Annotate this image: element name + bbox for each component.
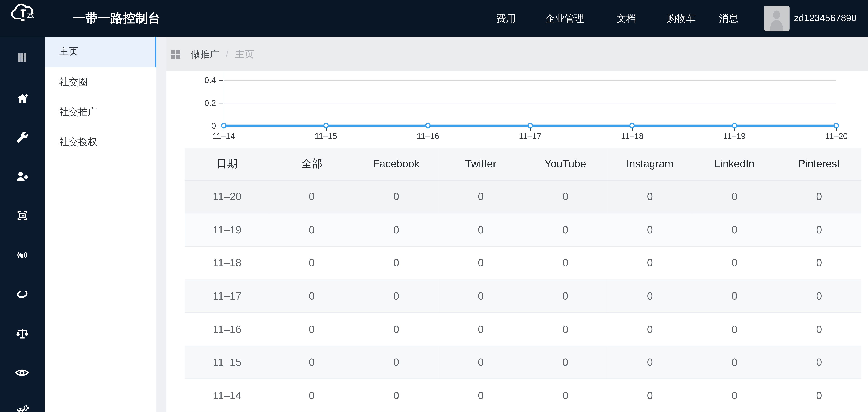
table-cell: 0 [777, 213, 861, 247]
chart-y-label: 0 [166, 121, 216, 130]
table-cell: 0 [777, 180, 861, 213]
chart-x-label: 11–18 [613, 131, 652, 141]
table-header-cell: Facebook [354, 148, 438, 180]
table-cell: 0 [523, 213, 608, 247]
settings-icon[interactable] [15, 405, 29, 412]
table-header-cell: Pinterest [777, 148, 861, 180]
table-cell: 0 [608, 246, 692, 280]
app-title: 一带一路控制台 [73, 0, 160, 37]
sidebar-content-gap [156, 37, 166, 412]
chart-gridline [224, 103, 837, 103]
sidebar-item-1[interactable]: 主页 [44, 37, 156, 67]
table-cell: 0 [269, 379, 354, 412]
table-cell: 0 [354, 313, 438, 346]
wrench-icon[interactable] [15, 130, 29, 145]
table-cell: 0 [438, 246, 523, 280]
table-row[interactable]: 11–190000000 [185, 213, 861, 247]
apps-grid-icon[interactable] [170, 48, 181, 60]
chart-x-label: 11–17 [511, 131, 550, 141]
icon-rail [0, 37, 44, 412]
table-cell: 0 [438, 180, 523, 213]
table-cell: 11–15 [185, 346, 269, 379]
beacon-icon[interactable] [15, 248, 29, 262]
table-row[interactable]: 11–140000000 [185, 379, 861, 412]
add-user-icon[interactable] [15, 169, 29, 184]
table-row[interactable]: 11–170000000 [185, 280, 861, 313]
breadcrumb: 做推广 / 主页 [166, 37, 868, 71]
table-cell: 0 [608, 379, 692, 412]
line-chart: 00.20.411–1411–1511–1611–1711–1811–1911–… [166, 71, 868, 146]
table-cell: 0 [269, 246, 354, 280]
table-cell: 0 [608, 213, 692, 247]
table-cell: 0 [692, 180, 777, 213]
table-cell: 11–16 [185, 313, 269, 346]
top-navbar: 云 一带一路控制台 费用企业管理文档购物车消息 zd1234567890 [0, 0, 868, 37]
username[interactable]: zd1234567890 [794, 0, 857, 37]
chart-point [629, 123, 635, 128]
table-cell: 0 [777, 313, 861, 346]
home-icon[interactable] [15, 91, 29, 105]
table-header-cell: 日期 [185, 148, 269, 180]
screen-icon[interactable] [15, 209, 29, 223]
eye-icon[interactable] [15, 365, 29, 380]
table-cell: 0 [269, 280, 354, 313]
sidebar-item-2[interactable]: 社交圈 [44, 67, 156, 97]
stats-table: 日期全部FacebookTwitterYouTubeInstagramLinke… [185, 148, 861, 412]
orbit-icon[interactable] [15, 287, 29, 301]
table-cell: 11–20 [185, 180, 269, 213]
grid-icon[interactable] [15, 50, 29, 64]
table-cell: 0 [608, 280, 692, 313]
nav-item-3[interactable]: 文档 [617, 0, 636, 37]
sidebar: 主页社交圈社交推广社交授权 [44, 37, 156, 412]
nav-item-5[interactable]: 消息 [719, 0, 738, 37]
nav-item-4[interactable]: 购物车 [666, 0, 696, 37]
scales-icon[interactable] [15, 326, 29, 340]
table-header-row: 日期全部FacebookTwitterYouTubeInstagramLinke… [185, 148, 861, 180]
table-cell: 0 [269, 213, 354, 247]
table-header-cell: YouTube [523, 148, 608, 180]
table-cell: 0 [438, 213, 523, 247]
chart-y-label: 0.4 [166, 75, 216, 84]
table-row[interactable]: 11–180000000 [185, 246, 861, 280]
sidebar-item-4[interactable]: 社交授权 [44, 128, 156, 158]
table-cell: 11–14 [185, 379, 269, 412]
table-cell: 0 [777, 346, 861, 379]
table-row[interactable]: 11–200000000 [185, 180, 861, 213]
table-cell: 0 [777, 280, 861, 313]
sidebar-item-3[interactable]: 社交推广 [44, 97, 156, 128]
table-cell: 0 [692, 280, 777, 313]
table-cell: 0 [269, 313, 354, 346]
stats-table-wrap: 日期全部FacebookTwitterYouTubeInstagramLinke… [185, 148, 861, 412]
table-cell: 0 [354, 346, 438, 379]
chart-x-label: 11–19 [715, 131, 754, 141]
breadcrumb-section[interactable]: 做推广 [191, 47, 219, 61]
chart-point [323, 123, 329, 128]
table-cell: 0 [777, 246, 861, 280]
table-cell: 11–19 [185, 213, 269, 247]
table-cell: 0 [523, 280, 608, 313]
avatar[interactable] [764, 6, 789, 31]
table-cell: 0 [523, 379, 608, 412]
main-content: 做推广 / 主页 00.20.411–1411–1511–1611–1711–1… [166, 37, 868, 412]
chart-point [732, 123, 737, 128]
table-cell: 0 [777, 379, 861, 412]
chart-gridline [224, 80, 837, 80]
table-header-cell: Twitter [438, 148, 523, 180]
cloud-logo-icon[interactable]: 云 [10, 2, 36, 22]
table-cell: 0 [692, 213, 777, 247]
table-cell: 0 [608, 346, 692, 379]
table-header-cell: 全部 [269, 148, 354, 180]
table-row[interactable]: 11–160000000 [185, 313, 861, 346]
table-row[interactable]: 11–150000000 [185, 346, 861, 379]
nav-item-1[interactable]: 费用 [496, 0, 516, 37]
user-silhouette-icon [764, 6, 789, 31]
nav-item-2[interactable]: 企业管理 [545, 0, 584, 37]
breadcrumb-current: 主页 [235, 47, 254, 61]
chart-point [425, 123, 431, 128]
chart-y-label: 0.2 [166, 98, 216, 107]
table-cell: 0 [523, 313, 608, 346]
breadcrumb-divider: / [226, 48, 228, 60]
table-cell: 0 [608, 180, 692, 213]
table-cell: 0 [354, 280, 438, 313]
table-cell: 0 [523, 346, 608, 379]
